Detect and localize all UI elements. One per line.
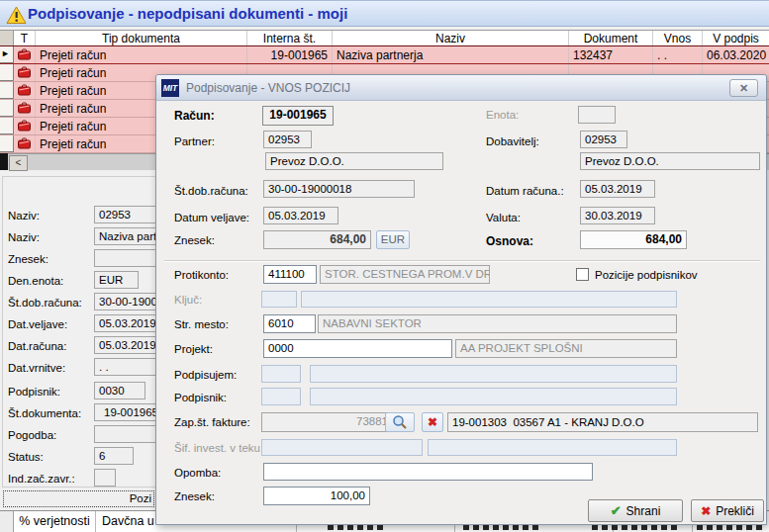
field-label: Dat.vrnitve: [8,362,65,374]
cell-v-podpis[interactable]: 06.03.2020 [703,46,769,63]
save-button[interactable]: ✔ Shrani [588,499,683,522]
main-titlebar[interactable]: Podpisovanje - nepodpisani dokumenti - m… [0,0,769,27]
row-gutter [0,100,14,117]
znesek-label: Znesek: [174,234,215,246]
projekt-code-input[interactable]: 0000 [263,339,452,358]
app-window: Podpisovanje - nepodpisani dokumenti - m… [0,0,769,532]
field-label: Ind.zač.zavr.: [8,473,75,485]
clipped-text [463,525,540,530]
col-header-dokument[interactable]: Dokument [569,31,653,45]
valuta-label: Valuta: [486,212,521,223]
close-icon[interactable]: ✕ [729,79,758,97]
racun-label: Račun: [174,109,215,123]
dialog-title: Podpisovanje - VNOS POZICIJ [186,81,350,95]
opomba-input[interactable] [263,463,593,481]
znesek-field: 684,00 [263,230,371,249]
col-header-naziv[interactable]: Naziv [333,31,569,45]
znesek2-label: Znesek: [174,490,215,502]
mit-logo: MIT [161,79,179,97]
cell-naziv[interactable]: Naziva partnerja [333,46,569,63]
eur-button[interactable]: EUR [376,230,410,249]
save-button-label: Shrani [626,504,661,518]
field-label: Pogodba: [8,429,56,441]
red-folder-icon [14,64,36,81]
partner-code-field: 02953 [263,131,312,148]
kljuc-desc-field [301,291,677,308]
partner-name-field: Prevoz D.O.O. [265,152,443,170]
str-mesto-code-input[interactable]: 6010 [263,314,316,333]
splitter-handle[interactable] [0,153,8,170]
st-dokumenta-field: 19-001965 [94,403,163,421]
st-dob-racuna-label: Št.dob.računa: [174,185,248,197]
partner-label: Partner: [174,135,215,147]
status-field: 6 [94,447,134,465]
bottom-gutter [0,511,14,532]
cross-icon: ✖ [701,504,711,518]
cell-vnos[interactable]: . . [653,46,703,63]
sif-invest-desc-field [428,439,677,456]
check-icon: ✔ [611,503,622,518]
row-marker-icon: ► [0,46,14,63]
str-mesto-label: Str. mesto: [174,318,229,330]
window-title: Podpisovanje - nepodpisani dokumenti - m… [28,5,347,22]
podpisnik-field: 0030 [94,382,145,399]
osnova-field: 684,00 [580,230,687,249]
col-header-vnos[interactable]: Vnos [653,31,703,45]
red-folder-icon [14,100,36,117]
field-label: Podpisnik: [8,386,60,398]
field-label: Št.dokumenta: [8,407,81,419]
clipped-text [592,525,677,530]
datum-racuna-field: 05.03.2019 [580,180,655,198]
cell-interna[interactable]: 19-001965 [247,46,333,63]
field-label: Znesek: [8,253,48,265]
podpisujem-desc-field [310,365,677,383]
pozicije-button[interactable]: Pozi [3,490,154,507]
den-enota-field: EUR [94,271,139,289]
red-folder-icon [14,135,36,152]
enota-field [578,106,616,124]
protikonto-desc-field: STOR. CESTNEGA PROM.V DRŽ [320,265,490,284]
str-mesto-desc-field: NABAVNI SEKTOR [318,314,677,333]
col-header-tip-dokumenta[interactable]: Tip dokumenta [36,31,247,45]
clear-icon[interactable]: ✖ [422,412,443,432]
vnos-pozicij-dialog: MIT Podpisovanje - VNOS POZICIJ ✕ Račun:… [155,74,767,525]
znesek2-input[interactable]: 100,00 [263,487,370,505]
col-header-interna-st[interactable]: Interna št. [247,31,333,45]
red-folder-icon [14,82,36,99]
opomba-label: Opomba: [174,467,221,479]
racun-field: 19-001965 [262,106,334,126]
field-label: Status: [8,451,44,463]
cancel-button[interactable]: ✖ Prekliči [691,499,764,522]
field-label: Dat.veljave: [8,318,67,330]
col-header-t[interactable]: T [14,31,36,45]
datum-veljave-label: Datum veljave: [174,212,249,223]
zap-st-fakture-field: 73881 [261,412,393,432]
protikonto-code-input[interactable]: 411100 [263,265,317,284]
clipped-text [328,525,383,530]
projekt-desc-field: AA PROJEKT SPLOŠNI [455,339,677,358]
dialog-titlebar[interactable]: MIT Podpisovanje - VNOS POZICIJ [156,75,766,101]
podpisujem-label: Podpisujem: [174,369,237,381]
col-header-v-podpis[interactable]: V podpis [703,31,769,45]
cell-dokument[interactable]: 132437 [569,46,653,63]
scroll-left-icon[interactable]: < [9,155,28,171]
kljuc-code-field [261,291,297,308]
valuta-field: 30.03.2019 [580,207,655,224]
field-label: Dat.računa: [8,340,66,352]
enota-label: Enota: [486,109,519,121]
table-row[interactable]: ► Prejeti račun 19-001965 Naziva partner… [0,46,769,64]
warning-icon [6,6,27,29]
clipped-text [697,525,762,530]
pozicije-podpisnikov-label: Pozicije podpisnikov [595,269,698,281]
cell-tip[interactable]: Prejeti račun [36,46,247,63]
sif-invest-label: Šif. invest. v teku: [174,442,263,454]
col-header-verjetnost[interactable]: % verjetnosti [14,511,96,532]
field-label: Naziv: [8,231,40,243]
search-icon[interactable] [385,412,415,432]
dobavitelj-name-field: Prevoz D.O.O. [580,152,760,170]
datum-veljave-field: 05.03.2019 [263,207,338,224]
pozicije-podpisnikov-checkbox[interactable] [576,268,589,281]
row-gutter [0,118,14,134]
podpisnik-label: Podpisnik: [174,392,227,403]
red-folder-icon [14,118,36,134]
